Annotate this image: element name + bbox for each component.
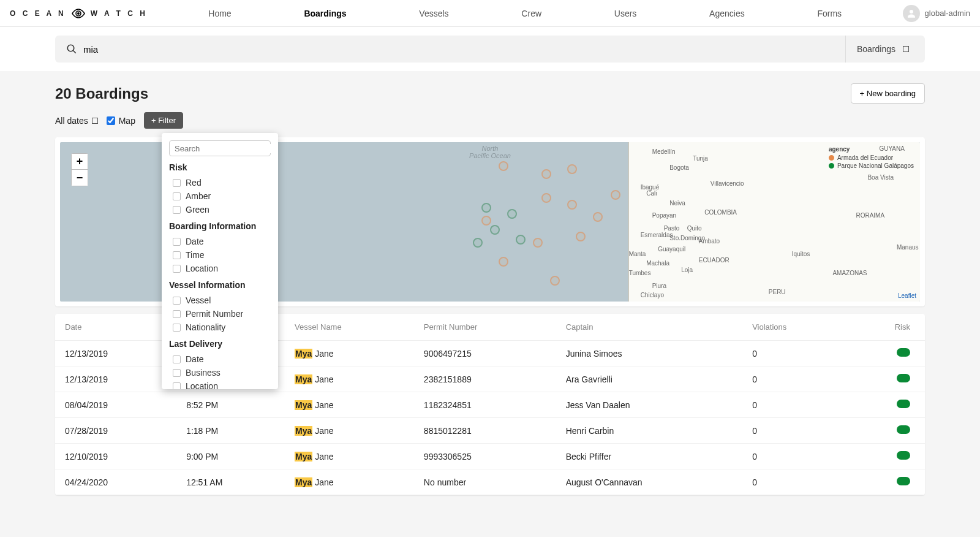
filter-option[interactable]: Amber: [169, 189, 271, 203]
filter-option[interactable]: Date: [169, 352, 271, 366]
table-cell: Mya Jane: [285, 444, 414, 469]
user-menu[interactable]: global-admin: [903, 5, 970, 22]
table-cell: [847, 341, 925, 366]
map-marker[interactable]: [533, 238, 543, 248]
topbar: O C E A N W A T C H HomeBoardingsVessels…: [0, 0, 980, 27]
legend-title: agency: [829, 146, 914, 153]
table-cell: [847, 418, 925, 444]
checkbox-icon: [173, 251, 181, 259]
table-row[interactable]: 12/10/20199:00 PMMya Jane9993306525Becki…: [55, 444, 925, 469]
column-header[interactable]: Permit Number: [414, 314, 556, 341]
filter-option-label: Date: [186, 237, 204, 246]
nav-boardings[interactable]: Boardings: [299, 1, 351, 26]
filter-option[interactable]: Time: [169, 248, 271, 262]
map-marker[interactable]: [499, 161, 508, 171]
map-marker[interactable]: [516, 235, 526, 245]
filter-option[interactable]: Permit Number: [169, 307, 271, 321]
content: 20 Boardings + New boarding All dates Ma…: [0, 71, 980, 537]
map-city-label: PERU: [769, 289, 786, 295]
brand-left: O C E A N: [10, 9, 66, 18]
map-marker[interactable]: [593, 212, 603, 222]
filter-section: Vessel InformationVesselPermit NumberNat…: [169, 280, 271, 334]
filter-option-label: Red: [186, 178, 202, 188]
column-header[interactable]: Captain: [556, 314, 743, 341]
map-city-label: Iquitos: [792, 251, 810, 257]
nav-agencies[interactable]: Agencies: [704, 1, 750, 26]
legend-dot-icon: [829, 163, 834, 169]
filter-option[interactable]: Nationality: [169, 321, 271, 334]
map-toggle[interactable]: Map: [107, 116, 135, 126]
map-marker[interactable]: [611, 190, 620, 200]
map-city-label: ECUADOR: [699, 257, 729, 264]
filter-option-label: Vessel: [186, 295, 211, 305]
table-cell: 0: [742, 341, 847, 366]
legend-item: Armada del Ecuador: [829, 154, 914, 161]
filter-option[interactable]: Vessel: [169, 294, 271, 307]
column-header[interactable]: Vessel Name: [285, 314, 414, 341]
map-city-label: Neiva: [669, 200, 685, 207]
filter-section: Last DeliveryDateBusinessLocation: [169, 339, 271, 389]
map-marker[interactable]: [499, 257, 508, 267]
checkbox-icon: [173, 382, 181, 390]
search-category-dropdown[interactable]: Boardings: [845, 36, 920, 63]
map-marker[interactable]: [576, 232, 586, 241]
search-input[interactable]: [83, 44, 845, 55]
avatar-icon: [903, 5, 920, 22]
zoom-in-button[interactable]: +: [72, 154, 88, 170]
map-marker[interactable]: [481, 203, 491, 213]
controls-row: All dates Map + Filter RiskRedAmberGreen…: [55, 112, 925, 129]
table-row[interactable]: 04/24/202012:51 AMMya JaneNo numberAugus…: [55, 469, 925, 495]
filter-button[interactable]: + Filter: [144, 112, 183, 129]
map-marker[interactable]: [567, 164, 577, 174]
filter-option[interactable]: Date: [169, 235, 271, 248]
filter-option[interactable]: Location: [169, 262, 271, 275]
map-city-label: Sto.Domingo: [669, 235, 705, 241]
nav-vessels[interactable]: Vessels: [414, 1, 453, 26]
brand-logo[interactable]: O C E A N W A T C H: [10, 7, 148, 20]
filter-panel: RiskRedAmberGreenBoarding InformationDat…: [162, 133, 278, 389]
date-filter[interactable]: All dates: [55, 116, 98, 126]
column-header[interactable]: Date: [55, 314, 176, 341]
table-row[interactable]: 08/04/20198:52 PMMya Jane1182324851Jess …: [55, 392, 925, 418]
checkbox-icon: [173, 324, 181, 332]
map-marker[interactable]: [541, 193, 551, 203]
map-marker[interactable]: [481, 216, 491, 226]
table-row[interactable]: 07/28/20191:18 PMMya Jane8815012281Henri…: [55, 418, 925, 444]
map-marker[interactable]: [541, 169, 551, 179]
filter-option-label: Green: [186, 205, 209, 215]
nav-crew[interactable]: Crew: [516, 1, 546, 26]
filter-option[interactable]: Location: [169, 379, 271, 389]
search-highlight: Mya: [295, 374, 312, 384]
filter-option[interactable]: Business: [169, 366, 271, 379]
map-marker[interactable]: [473, 238, 483, 248]
table-cell: 12:51 AM: [176, 469, 285, 495]
new-boarding-button[interactable]: + New boarding: [851, 83, 925, 104]
nav-home[interactable]: Home: [203, 1, 236, 26]
column-header[interactable]: Violations: [742, 314, 847, 341]
table-cell: 04/24/2020: [55, 469, 176, 495]
nav-forms[interactable]: Forms: [812, 1, 846, 26]
map-marker[interactable]: [507, 209, 517, 219]
column-header[interactable]: Risk: [847, 314, 925, 341]
map-marker[interactable]: [567, 200, 577, 210]
svg-point-0: [77, 12, 80, 15]
search-icon: [66, 44, 77, 55]
zoom-out-button[interactable]: −: [72, 170, 88, 186]
map-marker[interactable]: [550, 276, 560, 286]
filter-option-label: Location: [186, 264, 218, 273]
map-marker[interactable]: [490, 225, 500, 235]
filter-option[interactable]: Green: [169, 203, 271, 216]
search-highlight: Mya: [295, 349, 312, 359]
table-cell: 8815012281: [414, 418, 556, 444]
risk-indicator: [897, 477, 910, 485]
leaflet-attribution[interactable]: Leaflet: [898, 292, 916, 299]
filter-option[interactable]: Red: [169, 176, 271, 189]
risk-indicator: [897, 451, 910, 460]
filter-search-input[interactable]: [175, 144, 277, 153]
table-cell: 0: [742, 392, 847, 418]
table-cell: August O'Cannavan: [556, 469, 743, 495]
nav-users[interactable]: Users: [609, 1, 642, 26]
filter-search: [169, 140, 271, 156]
map-city-label: RORAIMA: [856, 212, 884, 219]
map-checkbox[interactable]: [107, 116, 115, 125]
